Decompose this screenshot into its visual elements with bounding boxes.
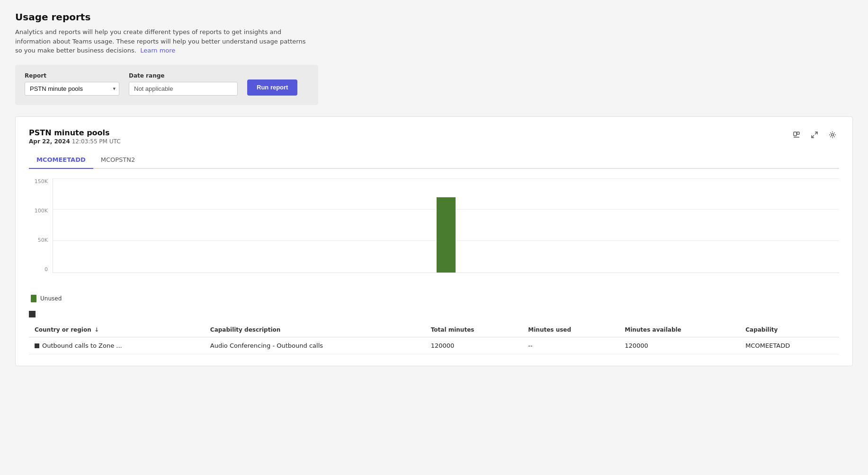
run-report-button[interactable]: Run report	[247, 79, 297, 96]
page-description: Analytics and reports will help you crea…	[15, 27, 309, 55]
row-collapse-icon[interactable]	[35, 343, 39, 348]
sort-icon-country: ↓	[94, 326, 99, 333]
report-label: Report	[25, 72, 119, 79]
learn-more-link[interactable]: Learn more	[140, 47, 175, 54]
report-select[interactable]: PSTN minute pools	[25, 82, 119, 96]
y-label-100k: 100K	[35, 208, 48, 214]
report-card-header: PSTN minute pools Apr 22, 2024 12:03:55 …	[29, 128, 839, 145]
card-icons	[790, 128, 839, 141]
report-tabs: MCOMEETADD MCOPSTN2	[29, 152, 839, 169]
tab-mcopstn2[interactable]: MCOPSTN2	[93, 152, 143, 169]
cell-country-region: Outbound calls to Zone ...	[29, 337, 205, 354]
chart-area: 150K 100K 50K 0 Outbound calls	[29, 178, 839, 287]
report-card: PSTN minute pools Apr 22, 2024 12:03:55 …	[15, 116, 853, 366]
table-section: Country or region ↓ Capability descripti…	[29, 311, 839, 354]
svg-point-5	[832, 133, 834, 136]
gridline-top	[53, 178, 839, 179]
col-header-country-region[interactable]: Country or region ↓	[29, 323, 205, 337]
table-row: Outbound calls to Zone ... Audio Confere…	[29, 337, 839, 354]
cell-capability: MCOMEETADD	[740, 337, 839, 354]
export-icon-button[interactable]	[790, 128, 803, 141]
settings-icon-button[interactable]	[826, 128, 839, 141]
svg-rect-1	[797, 132, 799, 134]
cell-minutes-available: 120000	[619, 337, 740, 354]
y-label-50k: 50K	[38, 237, 48, 243]
chart-y-labels: 150K 100K 50K 0	[29, 178, 52, 273]
collapse-icon[interactable]	[29, 311, 36, 317]
expand-icon-button[interactable]	[808, 128, 821, 141]
col-header-minutes-available: Minutes available	[619, 323, 740, 337]
legend-label-unused: Unused	[40, 295, 62, 302]
report-select-wrapper: PSTN minute pools ▾	[25, 82, 119, 96]
table-header-row: Country or region ↓ Capability descripti…	[29, 323, 839, 337]
col-header-minutes-used: Minutes used	[522, 323, 619, 337]
legend-color-unused	[31, 295, 36, 302]
date-range-input[interactable]	[129, 82, 238, 96]
outbound-calls-bar	[437, 197, 456, 273]
chart-plot: Outbound calls	[53, 178, 839, 273]
cell-capability-desc: Audio Conferencing - Outbound calls	[205, 337, 425, 354]
report-card-title-block: PSTN minute pools Apr 22, 2024 12:03:55 …	[29, 128, 121, 145]
report-filter-field: Report PSTN minute pools ▾	[25, 72, 119, 96]
y-label-0: 0	[45, 266, 48, 273]
cell-minutes-used: --	[522, 337, 619, 354]
data-table: Country or region ↓ Capability descripti…	[29, 323, 839, 354]
col-header-capability-desc: Capability description	[205, 323, 425, 337]
date-range-filter-field: Date range	[129, 72, 238, 96]
filter-bar: Report PSTN minute pools ▾ Date range Ru…	[15, 65, 318, 105]
col-header-total-minutes: Total minutes	[425, 323, 523, 337]
chart-bar-container: Outbound calls	[437, 197, 456, 273]
y-label-150k: 150K	[35, 178, 48, 185]
page-title: Usage reports	[15, 11, 853, 23]
report-card-title: PSTN minute pools	[29, 128, 121, 137]
date-range-label: Date range	[129, 72, 238, 79]
svg-rect-0	[794, 132, 796, 136]
cell-total-minutes: 120000	[425, 337, 523, 354]
tab-mcomeetadd[interactable]: MCOMEETADD	[29, 152, 93, 169]
chart-legend: Unused	[31, 295, 839, 302]
report-card-subtitle: Apr 22, 2024 12:03:55 PM UTC	[29, 138, 121, 145]
col-header-capability: Capability	[740, 323, 839, 337]
table-body: Outbound calls to Zone ... Audio Confere…	[29, 337, 839, 354]
